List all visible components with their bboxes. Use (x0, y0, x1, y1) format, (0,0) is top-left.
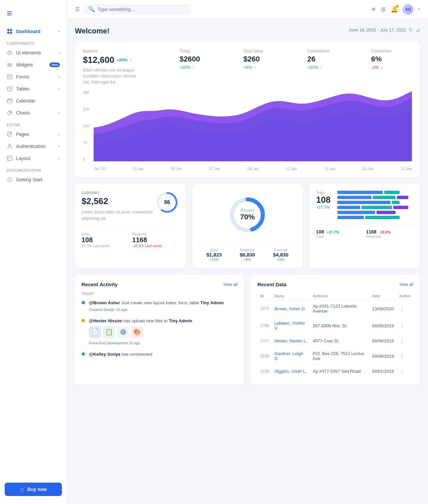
bar-segment-blue (337, 206, 360, 209)
menu-icon[interactable]: ☰ (75, 6, 80, 12)
svg-point-23 (9, 144, 11, 146)
notification-icon[interactable]: 🔔 (391, 6, 398, 13)
action-menu-icon[interactable]: ⋮ (399, 353, 405, 359)
cell-id: 2474 (257, 300, 272, 317)
activity-view-all[interactable]: View all (224, 282, 237, 287)
activity-img: 📋 (103, 326, 115, 338)
cell-id: 2786 (257, 317, 272, 334)
sidebar-section-components: Components UI elements ▾ Widgets New For… (0, 37, 67, 119)
action-menu-icon[interactable]: ⋮ (399, 368, 405, 374)
chevron-down-icon: ▾ (58, 51, 60, 55)
conversion-value: 6% (371, 55, 405, 63)
sidebar-item-label: Dashboard (16, 29, 40, 34)
avatar-initials: AU (405, 7, 411, 12)
action-menu-icon[interactable]: ⋮ (399, 338, 405, 344)
refresh-icon[interactable]: ↻ (409, 27, 413, 33)
cell-id: 2238 (257, 365, 272, 378)
sun-icon[interactable]: ☀ (371, 6, 376, 13)
today-label: TODAY (82, 292, 237, 296)
bar-segment-teal (373, 196, 396, 199)
cost-value: 108 (82, 236, 128, 244)
svg-rect-2 (7, 32, 9, 34)
sidebar-item-ui-elements[interactable]: UI elements ▾ (0, 47, 67, 59)
activity-img: 📄 (89, 326, 101, 338)
up-arrow-icon: ↑ (320, 65, 322, 70)
bar-segment-blue (337, 201, 391, 204)
widget-cards-row: EARNING $2,562 Lorem ipsum dolor sit ame… (75, 184, 420, 268)
search-icon: 🔍 (88, 6, 95, 12)
bar-segment-purple (397, 196, 408, 199)
bottom-row: Recent Activity View all TODAY @Brown As… (75, 275, 420, 385)
search-input[interactable] (98, 7, 186, 12)
sidebar-item-getting-start[interactable]: Getting Start (0, 174, 67, 186)
search-box[interactable]: 🔍 (84, 4, 191, 14)
activity-user: @Hester Nissim (89, 318, 122, 323)
data-card: Recent Data View all ID Name Address Dat… (251, 275, 420, 385)
cell-address: Ap #377-5357 Sed Road (310, 365, 369, 378)
sidebar-item-charts[interactable]: Charts ▾ (0, 107, 67, 119)
pages-icon (7, 131, 13, 137)
action-menu-icon[interactable]: ⋮ (399, 306, 405, 312)
cell-id: 2747 (257, 334, 272, 348)
widgets-icon (7, 62, 13, 68)
earning-label: EARNING (82, 191, 155, 195)
sidebar-item-forms[interactable]: Forms ▾ (0, 71, 67, 83)
data-view-all[interactable]: View all (400, 282, 413, 287)
total-change: +37.7% (316, 205, 330, 210)
activity-time: 1h ago (116, 308, 127, 312)
action-menu-icon[interactable]: ⋮ (399, 323, 405, 329)
user-chevron-icon[interactable]: ▾ (418, 7, 420, 11)
activity-card-header: Recent Activity View all (82, 282, 237, 287)
notification-dot (396, 5, 399, 8)
forms-icon (7, 74, 13, 80)
sidebar-item-widgets[interactable]: Widgets New (0, 59, 67, 71)
buy-now-button[interactable]: 🛒 Buy now (5, 483, 62, 496)
bar-row (337, 196, 413, 199)
sidebar-item-layout[interactable]: Layout ▾ (0, 152, 67, 164)
sidebar-item-label: Calendar (16, 98, 35, 104)
docs-label: Documentation (0, 164, 67, 174)
sidebar-item-calendar[interactable]: Calendar (0, 95, 67, 107)
avatar[interactable]: AU (403, 4, 413, 15)
filter-icon[interactable]: ⊿ (416, 27, 420, 33)
donut-earning-stat: Earning $4,830 +8% (265, 248, 296, 262)
cell-action: ⋮ (397, 365, 413, 378)
earning-value: $2,562 (82, 196, 155, 206)
sidebar-item-dashboard[interactable]: Dashboard ▾ (0, 25, 67, 37)
sidebar-item-authentication[interactable]: Authentication ▾ (0, 140, 67, 152)
col-id: ID (257, 292, 272, 300)
topbar-right: ☀ ⊞ 🔔 AU ▾ (371, 4, 420, 15)
cell-date: 13/09/2020 (369, 300, 397, 317)
bar-row (337, 211, 413, 214)
activity-dot-yellow (82, 319, 85, 322)
bar-segment-teal (384, 191, 399, 194)
bar-footer: 108 +37.7% Cost 1168 -18.9% Revenue (316, 225, 413, 238)
page-content: Welcome! June 18, 2022 - July 17, 2022 ↻… (67, 19, 428, 504)
chart-svg (94, 91, 412, 161)
cell-action: ⋮ (397, 317, 413, 334)
chevron-down-icon: ▾ (58, 111, 60, 115)
stat-goal: Goal Value $260 +6% ↑ (237, 49, 284, 70)
donut-earning-change: +8% (265, 258, 296, 262)
data-table: ID Name Address Date Action 2474 Brown, … (257, 292, 413, 378)
activity-category: Creative Design (89, 308, 115, 312)
bar-chart-area (331, 191, 413, 221)
activity-item: @Hester Nissim has upload new files to T… (82, 318, 237, 346)
bar-header: Total 108 +37.7% (316, 191, 413, 221)
table-body: 2474 Brown, Asher D. Ap #331-7123 Lobort… (257, 300, 413, 378)
chevron-down-icon: ▾ (58, 30, 60, 33)
sidebar-item-pages[interactable]: Pages ▾ (0, 128, 67, 140)
bar-total-info: Total 108 +37.7% (316, 191, 330, 210)
activity-time: 1h ago (129, 341, 140, 345)
donut-center-value: 70% (240, 213, 255, 221)
bar-segment-purple (377, 211, 396, 214)
cell-action: ⋮ (397, 300, 413, 317)
sidebar-item-tables[interactable]: Tables ▾ (0, 83, 67, 95)
today-change: +20% ↑ (180, 65, 214, 70)
grid-icon[interactable]: ⊞ (381, 6, 386, 13)
revenue-change: -18.9% Last week (132, 244, 179, 248)
revenue-value: 1168 (132, 236, 179, 244)
donut-center-label: Percent (240, 208, 255, 213)
donut-cost-label: Cost (199, 248, 230, 252)
getting-start-icon (7, 177, 13, 183)
